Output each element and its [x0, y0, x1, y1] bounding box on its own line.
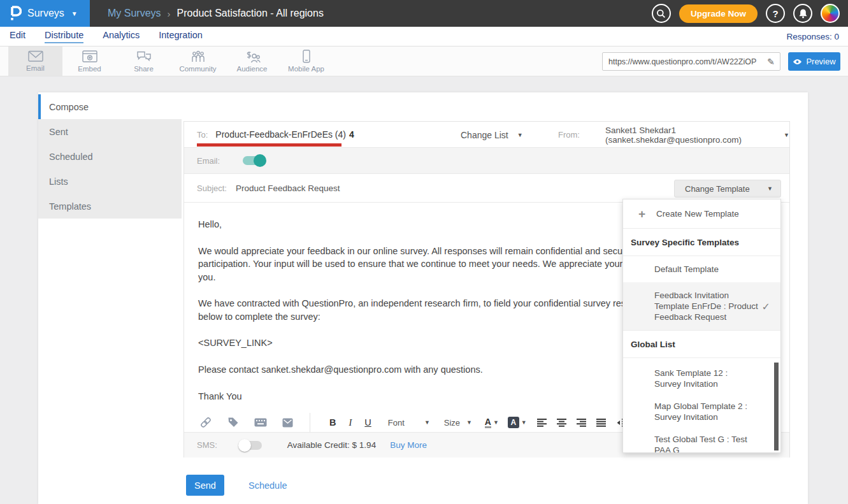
sidebar-item-templates[interactable]: Templates — [38, 194, 182, 219]
align-center-button[interactable] — [557, 419, 566, 427]
tab-integration[interactable]: Integration — [159, 30, 203, 43]
chevron-down-icon: ▼ — [424, 419, 430, 426]
buy-more-link[interactable]: Buy More — [390, 440, 427, 450]
toggle-knob — [254, 154, 266, 167]
subject-input[interactable]: Product Feedback Request — [236, 184, 340, 193]
sidebar-item-label: Lists — [49, 176, 68, 187]
help-button[interactable]: ? — [766, 4, 785, 23]
tag-icon — [227, 417, 239, 428]
toggle-knob — [238, 439, 251, 452]
available-credit: Available Credit: $ 1.94 — [287, 440, 376, 450]
chevron-down-icon: ▼ — [493, 419, 499, 426]
product-label: Surveys — [27, 8, 64, 19]
align-left-button[interactable] — [537, 419, 547, 427]
from-selector[interactable]: From: Sanket1 Shekdar1 (sanket.shekdar@q… — [545, 122, 789, 148]
recipient-underline — [197, 143, 341, 147]
email-toggle[interactable] — [243, 156, 264, 165]
sidebar-item-lists[interactable]: Lists — [38, 169, 182, 194]
sidebar-item-scheduled[interactable]: Scheduled — [38, 144, 182, 169]
align-center-icon — [557, 419, 566, 427]
channel-community[interactable]: Community — [171, 47, 225, 76]
insert-email-image-button[interactable] — [282, 418, 293, 428]
channel-email[interactable]: Email — [8, 47, 62, 76]
preview-label: Preview — [806, 57, 835, 66]
channel-embed[interactable]: Embed — [62, 47, 117, 76]
size-select[interactable]: Size ▼ — [444, 418, 472, 428]
search-button[interactable] — [652, 4, 671, 23]
text-color-button[interactable]: A ▼ — [485, 417, 499, 428]
sidebar-item-sent[interactable]: Sent — [38, 119, 182, 144]
survey-nav-tabs: Edit Distribute Analytics Integration Re… — [0, 27, 848, 47]
link-icon — [199, 417, 212, 428]
recipient-count: 4 — [349, 129, 354, 140]
menu-item-default-template[interactable]: Default Template — [623, 256, 780, 282]
preview-button[interactable]: Preview — [788, 52, 840, 71]
menu-item-feedback-invitation-template[interactable]: Feedback Invitation Template EnFrDe : Pr… — [623, 282, 780, 330]
text-color-label: A — [485, 417, 491, 428]
menu-item-sank-template-12[interactable]: Sank Template 12 : Survey Invitation — [623, 358, 780, 395]
sidebar-item-compose[interactable]: Compose — [38, 94, 182, 119]
email-toggle-row: Email: — [184, 148, 789, 174]
size-select-label: Size — [444, 418, 460, 428]
align-justify-button[interactable] — [596, 419, 606, 427]
audience-icon — [244, 50, 261, 63]
chevron-down-icon: ▼ — [521, 419, 527, 426]
sms-toggle-label: SMS: — [197, 440, 217, 450]
change-template-button[interactable]: Change Template ▼ — [674, 180, 781, 198]
share-icon — [136, 50, 152, 63]
sidebar-item-label: Scheduled — [49, 152, 93, 162]
questionpro-logo-icon — [9, 6, 22, 21]
recipient-list-name[interactable]: Product-Feedback-EnFrDeEs (4) — [215, 129, 346, 140]
toolbar-divider — [310, 413, 310, 432]
mail-image-icon — [282, 418, 293, 428]
breadcrumb-separator-icon: › — [168, 8, 171, 19]
tab-distribute[interactable]: Distribute — [45, 30, 83, 43]
change-list-button[interactable]: Change List ▼ — [461, 122, 523, 148]
product-switcher[interactable]: Surveys ▼ — [0, 0, 90, 27]
highlight-color-label: A — [508, 417, 519, 428]
schedule-link[interactable]: Schedule — [248, 480, 287, 491]
send-button[interactable]: Send — [186, 475, 224, 496]
align-left-icon — [537, 419, 547, 427]
recipients-row: To: Product-Feedback-EnFrDeEs (4) 4 Chan… — [184, 122, 789, 148]
channel-audience[interactable]: Audience — [225, 47, 279, 76]
create-new-template-item[interactable]: + Create New Template — [623, 199, 780, 229]
change-template-menu: + Create New Template Survey Specific Te… — [622, 199, 781, 453]
menu-scrollbar[interactable] — [774, 363, 779, 450]
menu-item-test-global-test-g[interactable]: Test Global Test G : Test PAA G — [623, 428, 780, 453]
align-justify-icon — [596, 419, 606, 427]
underline-button[interactable]: U — [364, 417, 371, 428]
upgrade-now-button[interactable]: Upgrade Now — [679, 4, 758, 23]
menu-item-map-global-template-2[interactable]: Map Global Template 2 : Survey Invitatio… — [623, 395, 780, 428]
tab-edit[interactable]: Edit — [10, 30, 25, 43]
channel-mobile-app[interactable]: Mobile App — [279, 47, 333, 76]
plus-icon: + — [638, 207, 645, 221]
survey-url-field[interactable]: https://www.questionpro.com/t/AW22ZiOP ✎ — [602, 52, 780, 71]
mobile-app-icon — [299, 50, 314, 63]
insert-tag-button[interactable] — [227, 417, 239, 428]
chevron-down-icon: ▼ — [784, 132, 789, 138]
email-toggle-label: Email: — [197, 156, 220, 166]
highlight-color-button[interactable]: A ▼ — [508, 417, 527, 428]
user-avatar[interactable] — [821, 4, 840, 23]
channel-share[interactable]: Share — [117, 47, 171, 76]
tab-analytics[interactable]: Analytics — [103, 30, 140, 43]
survey-url-text[interactable]: https://www.questionpro.com/t/AW22ZiOP — [603, 57, 762, 66]
community-icon — [190, 50, 206, 63]
sms-toggle[interactable] — [240, 441, 262, 450]
keyboard-shortcuts-button[interactable] — [254, 418, 267, 427]
align-right-button[interactable] — [577, 419, 586, 427]
menu-section-header-global-list: Global List — [623, 330, 780, 358]
breadcrumb-my-surveys[interactable]: My Surveys — [108, 8, 161, 19]
edit-url-button[interactable]: ✎ — [762, 53, 780, 70]
channel-label: Mobile App — [288, 65, 324, 73]
bold-button[interactable]: B — [329, 417, 336, 428]
responses-count[interactable]: Responses: 0 — [786, 32, 839, 41]
header-actions: Upgrade Now ? — [652, 4, 840, 23]
italic-button[interactable]: I — [349, 417, 352, 428]
notifications-button[interactable] — [793, 4, 812, 23]
insert-link-button[interactable] — [199, 417, 212, 428]
check-icon: ✓ — [762, 301, 770, 312]
subject-label: Subject: — [197, 184, 227, 193]
font-select[interactable]: Font ▼ — [388, 418, 430, 428]
